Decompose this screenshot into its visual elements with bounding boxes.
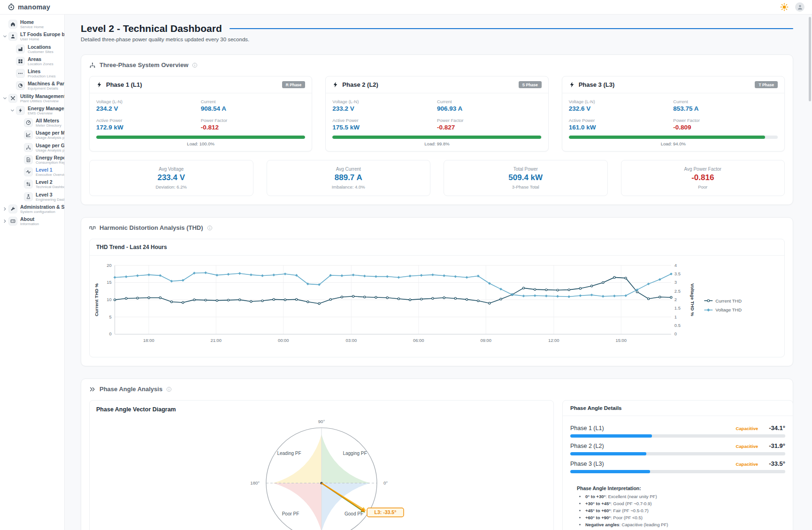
quadrant-label-good: Good PF bbox=[345, 511, 363, 516]
svg-text:L3: -33.5°: L3: -33.5° bbox=[375, 509, 397, 515]
brand-logo[interactable]: manomay bbox=[8, 3, 50, 11]
angle-value: -34.1° bbox=[765, 424, 785, 432]
summary-card-avg-voltage: Avg Voltage 233.4 V Deviation: 6.2% bbox=[89, 160, 253, 196]
detail-row-l2: Phase 2 (L2) Capacitive -31.9° bbox=[570, 442, 785, 455]
sidebar-item-locations[interactable]: LocationsCustomer Sites bbox=[0, 44, 64, 54]
detail-phase-name: Phase 2 (L2) bbox=[570, 443, 604, 449]
vector-diagram-card: Phase Angle Vector Diagram bbox=[89, 400, 554, 530]
sidebar-item-admin-settings[interactable]: Administration & SettingsSystem configur… bbox=[0, 204, 64, 214]
summary-value: 233.4 V bbox=[94, 173, 248, 182]
angle-progressbar bbox=[570, 452, 785, 455]
quadrant-label-leading: Leading PF bbox=[277, 451, 301, 456]
theme-toggle-sun-icon[interactable] bbox=[780, 3, 789, 11]
logo-icon bbox=[8, 3, 15, 11]
svg-text:2.5: 2.5 bbox=[674, 288, 681, 294]
sidebar-item-label: Administration & Settings bbox=[20, 204, 65, 210]
flask-icon bbox=[24, 192, 33, 201]
square-wave-icon bbox=[89, 225, 96, 231]
phase-badge: T Phase bbox=[755, 81, 778, 88]
sidebar-item-user-home[interactable]: LT Foods Europe bvUser Home bbox=[0, 31, 64, 41]
chart-title: THD Trend - Last 24 Hours bbox=[90, 239, 784, 256]
voltage-value: 234.2 V bbox=[96, 105, 201, 112]
sidebar-item-usage-per-meter[interactable]: Usage per MeterUsage Analysis per Meter bbox=[0, 130, 64, 140]
summary-value: 509.4 kW bbox=[449, 173, 603, 182]
metric-label: Active Power bbox=[96, 118, 201, 123]
chevron-down-icon[interactable] bbox=[2, 95, 8, 101]
sidebar-item-label: Utility Management bbox=[20, 93, 65, 99]
svg-text:09:00: 09:00 bbox=[480, 338, 491, 343]
svg-text:0.5: 0.5 bbox=[674, 323, 681, 328]
sidebar-item-lines[interactable]: LinesProduction Lines bbox=[0, 68, 64, 78]
gauge-icon bbox=[24, 118, 33, 127]
info-icon[interactable] bbox=[207, 225, 213, 231]
sidebar-item-sublabel: EMS Overview bbox=[28, 111, 65, 115]
summary-value: 889.7 A bbox=[272, 173, 426, 182]
sidebar-item-machines-panels[interactable]: Machines & PanelsEquipment Details bbox=[0, 81, 64, 91]
info-icon[interactable] bbox=[166, 386, 172, 392]
sidebar-item-level2[interactable]: Level 2Technical Dashboard bbox=[0, 179, 64, 189]
phase-badge: S Phase bbox=[519, 81, 542, 88]
sidebar-item-home[interactable]: HomeService Home bbox=[0, 19, 64, 29]
page-subtitle: Detailed three-phase power quality metri… bbox=[81, 37, 793, 42]
sidebar-item-sublabel: Production Lines bbox=[28, 74, 56, 78]
metric-label: Current bbox=[673, 99, 778, 104]
document-icon bbox=[24, 155, 33, 164]
sidebar-item-label: Home bbox=[20, 19, 44, 25]
svg-text:1: 1 bbox=[674, 314, 677, 319]
svg-text:2: 2 bbox=[674, 297, 677, 302]
sidebar-item-areas[interactable]: AreasLocation Zones bbox=[0, 56, 64, 66]
phase-card-l3: Phase 3 (L3) T Phase Voltage (L-N)232.6 … bbox=[562, 76, 785, 151]
svg-text:1.5: 1.5 bbox=[674, 305, 681, 310]
chevron-right-icon[interactable] bbox=[2, 218, 8, 224]
summary-sub: Poor bbox=[626, 184, 780, 189]
svg-text:Voltage THD: Voltage THD bbox=[715, 307, 742, 312]
sidebar-item-label: All Meters bbox=[36, 118, 61, 123]
metric-label: Voltage (L-N) bbox=[332, 99, 437, 104]
chevron-right-icon[interactable] bbox=[2, 206, 8, 212]
capacitive-badge: Capacitive bbox=[735, 444, 758, 449]
sidebar-item-energy-report[interactable]: Energy ReportConsumption Reports bbox=[0, 155, 64, 165]
svg-text:00:00: 00:00 bbox=[278, 338, 289, 343]
svg-text:Current THD %: Current THD % bbox=[94, 283, 99, 317]
summary-card-avg-current: Avg Current 889.7 A Imbalance: 4.0% bbox=[267, 160, 431, 196]
thd-line-chart[interactable]: 18:0021:0000:0003:0006:0009:0012:0015:00… bbox=[92, 260, 782, 354]
sidebar-item-utility-management[interactable]: Utility ManagementPlant Utilities Overvi… bbox=[0, 93, 64, 103]
swap-arrows-icon bbox=[24, 180, 33, 189]
sidebar-nav: HomeService Home LT Foods Europe bvUser … bbox=[0, 15, 65, 530]
details-title: Phase Angle Details bbox=[563, 401, 793, 416]
chevron-down-icon[interactable] bbox=[2, 33, 8, 39]
sidebar-item-sublabel: Technical Dashboard bbox=[36, 185, 65, 189]
angle-progressbar bbox=[570, 434, 785, 438]
sidebar-item-all-meters[interactable]: All MetersMeter Directory bbox=[0, 118, 64, 128]
info-icon[interactable] bbox=[192, 62, 198, 68]
home-icon bbox=[8, 20, 17, 29]
metric-label: Active Power bbox=[332, 118, 437, 123]
metric-label: Power Factor bbox=[673, 118, 778, 123]
active-power-value: 175.5 kW bbox=[332, 124, 437, 131]
sidebar-item-level1[interactable]: Level 1Executive Overview bbox=[0, 167, 64, 177]
sidebar-item-label: Usage per Meter bbox=[36, 130, 65, 136]
phase-angle-vector-diagram[interactable]: Leading PF Lagging PF Poor PF Good PF 90… bbox=[96, 413, 547, 530]
phase-name: Phase 2 (L2) bbox=[342, 81, 378, 88]
svg-text:03:00: 03:00 bbox=[346, 338, 357, 343]
page-title: Level 2 - Technical Dashboard bbox=[81, 23, 222, 34]
sidebar-item-label: Level 2 bbox=[36, 179, 65, 185]
sidebar-item-label: Lines bbox=[28, 68, 56, 74]
sidebar-item-label: Level 3 bbox=[36, 192, 65, 197]
good-pf-quadrant bbox=[322, 483, 370, 530]
sidebar-item-sublabel: Location Zones bbox=[28, 62, 54, 66]
user-avatar[interactable] bbox=[795, 2, 804, 12]
chevron-down-icon[interactable] bbox=[10, 107, 16, 114]
svg-text:0: 0 bbox=[674, 332, 677, 337]
sidebar-item-level3[interactable]: Level 3Engineering Dashboard bbox=[0, 192, 64, 202]
vertical-scrollbar[interactable] bbox=[809, 17, 811, 101]
sidebar-item-usage-per-group[interactable]: Usage per GroupUsage Analysis per Group bbox=[0, 143, 64, 152]
sidebar-item-about[interactable]: AboutInformation bbox=[0, 216, 64, 226]
summary-label: Total Power bbox=[449, 167, 603, 172]
sidebar-item-label: Energy Management bbox=[28, 106, 65, 111]
interpretation-bullet: 0° to +30°: Excellent (near unity PF) bbox=[585, 494, 785, 499]
tools-icon bbox=[8, 94, 17, 103]
load-progressbar bbox=[96, 136, 305, 139]
sidebar-item-energy-management[interactable]: Energy ManagementEMS Overview bbox=[0, 106, 64, 115]
top-bar: manomay bbox=[0, 0, 812, 15]
